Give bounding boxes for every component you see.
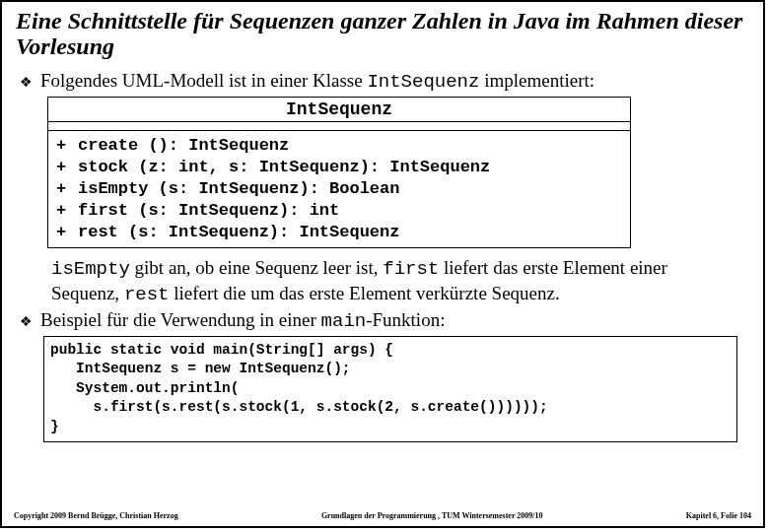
uml-class-name: IntSequenz (48, 98, 630, 122)
desc-code-isempty: isEmpty (51, 258, 130, 280)
slide: Eine Schnittstelle für Sequenzen ganzer … (0, 0, 765, 528)
op-visibility: + (56, 222, 78, 243)
slide-title: Eine Schnittstelle für Sequenzen ganzer … (2, 2, 763, 64)
op-visibility: + (56, 135, 78, 157)
bullet-icon: ❖ (20, 74, 33, 91)
code-line: System.out.println( (50, 380, 239, 396)
uml-operations: +create (): IntSequenz +stock (z: int, s… (48, 131, 630, 247)
uml-attributes-empty (48, 122, 630, 131)
uml-op: +isEmpty (s: IntSequenz): Boolean (56, 178, 622, 200)
uml-op: +first (s: IntSequenz): int (56, 200, 622, 222)
bullet-icon: ❖ (20, 313, 33, 330)
desc-code-first: first (383, 258, 439, 280)
uml-op: +create (): IntSequenz (56, 135, 622, 157)
description: isEmpty gibt an, ob eine Sequenz leer is… (51, 256, 737, 307)
uml-class-box: IntSequenz +create (): IntSequenz +stock… (47, 97, 631, 248)
footer-course: Grundlagen der Programmierung , TUM Wint… (321, 511, 543, 520)
uml-op: +stock (z: int, s: IntSequenz): IntSeque… (56, 157, 622, 178)
example-post: -Funktion: (366, 309, 445, 330)
code-line: } (50, 419, 59, 434)
intro-code: IntSequenz (367, 71, 479, 93)
content-area: ❖ Folgendes UML-Modell ist in einer Klas… (2, 64, 763, 442)
intro-pre: Folgendes UML-Modell ist in einer Klasse (40, 70, 367, 91)
op-signature: rest (s: IntSequenz): IntSequenz (78, 222, 399, 243)
desc-code-rest: rest (124, 284, 170, 305)
footer-copyright: Copyright 2009 Bernd Brügge, Christian H… (14, 511, 178, 520)
op-signature: isEmpty (s: IntSequenz): Boolean (78, 178, 399, 200)
code-example: public static void main(String[] args) {… (43, 336, 737, 442)
footer-page: Kapitel 6, Folie 104 (686, 511, 751, 520)
op-signature: first (s: IntSequenz): int (78, 200, 339, 222)
example-pre: Beispiel für die Verwendung in einer (40, 309, 321, 330)
bullet-example: ❖ Beispiel für die Verwendung in einer m… (20, 309, 749, 332)
code-line: s.first(s.rest(s.stock(1, s.stock(2, s.c… (50, 399, 548, 415)
uml-op: +rest (s: IntSequenz): IntSequenz (56, 222, 622, 243)
op-visibility: + (56, 157, 78, 178)
desc-text: gibt an, ob eine Sequenz leer ist, (130, 257, 383, 278)
code-line: public static void main(String[] args) { (50, 342, 393, 358)
op-visibility: + (56, 178, 78, 200)
footer: Copyright 2009 Bernd Brügge, Christian H… (2, 511, 763, 520)
op-signature: create (): IntSequenz (78, 135, 289, 157)
intro-text: Folgendes UML-Modell ist in einer Klasse… (40, 70, 594, 93)
bullet-intro: ❖ Folgendes UML-Modell ist in einer Klas… (20, 70, 749, 93)
desc-text: liefert die um das erste Element verkürz… (169, 283, 559, 303)
op-visibility: + (56, 200, 78, 222)
code-line: IntSequenz s = new IntSequenz(); (50, 361, 351, 376)
op-signature: stock (z: int, s: IntSequenz): IntSequen… (78, 157, 490, 178)
example-code: main (321, 310, 367, 332)
intro-post: implementiert: (479, 70, 594, 91)
example-text: Beispiel für die Verwendung in einer mai… (40, 309, 445, 332)
